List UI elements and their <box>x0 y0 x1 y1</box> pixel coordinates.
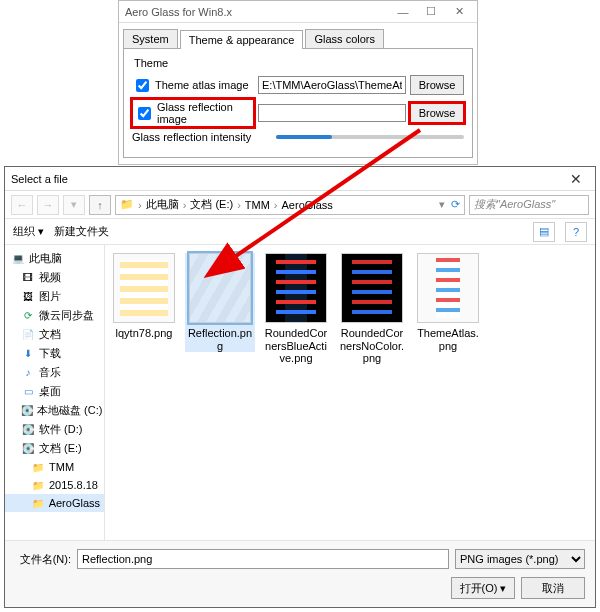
folder-icon: 📁 <box>120 198 134 211</box>
toolbar: 组织 ▾ 新建文件夹 ▤ ? <box>5 219 595 245</box>
theme-atlas-path-input[interactable] <box>258 76 406 94</box>
file-item[interactable]: lqytn78.png <box>109 253 179 340</box>
crumb-aeroglass[interactable]: AeroGlass <box>282 199 333 211</box>
search-placeholder: 搜索"AeroGlass" <box>474 197 555 212</box>
address-bar-row: ← → ▾ ↑ 📁 › 此电脑› 文档 (E:)› TMM› AeroGlass… <box>5 191 595 219</box>
tree-desktop[interactable]: ▭桌面 <box>5 382 104 401</box>
refresh-icon[interactable]: ⟳ <box>447 198 460 211</box>
crumb-edisk[interactable]: 文档 (E:) <box>190 197 233 212</box>
tree-cdisk[interactable]: 💽本地磁盘 (C:) <box>5 401 104 420</box>
cancel-button[interactable]: 取消 <box>521 577 585 599</box>
file-caption: RoundedCornersBlueActive.png <box>261 327 331 365</box>
breadcrumb[interactable]: 📁 › 此电脑› 文档 (E:)› TMM› AeroGlass ▾ ⟳ <box>115 195 465 215</box>
tree-weiyun[interactable]: ⟳微云同步盘 <box>5 306 104 325</box>
tree-downloads[interactable]: ⬇下载 <box>5 344 104 363</box>
file-caption: RoundedCornersNoColor.png <box>337 327 407 365</box>
view-mode-button[interactable]: ▤ <box>533 222 555 242</box>
theme-atlas-label-text: Theme atlas image <box>155 79 249 91</box>
nav-up-button[interactable]: ↑ <box>89 195 111 215</box>
intensity-slider[interactable] <box>276 135 464 139</box>
file-item[interactable]: RoundedCornersBlueActive.png <box>261 253 331 365</box>
dialog-title: Select a file <box>11 173 563 185</box>
dialog-bottom: 文件名(N): PNG images (*.png) 打开(O) ▾ 取消 <box>5 540 595 607</box>
tab-panel-theme: Theme Theme atlas image Browse Glass ref… <box>123 48 473 158</box>
tree-pc[interactable]: 💻此电脑 <box>5 249 104 268</box>
file-item-selected[interactable]: Reflection.png <box>185 253 255 352</box>
glass-reflection-row: Glass reflection image Browse <box>132 99 464 127</box>
dialog-body: 💻此电脑 🎞视频 🖼图片 ⟳微云同步盘 📄文档 ⬇下载 ♪音乐 ▭桌面 💽本地磁… <box>5 245 595 540</box>
dialog-titlebar: Select a file ✕ <box>5 167 595 191</box>
file-thumb-icon <box>265 253 327 323</box>
tree-tmm[interactable]: 📁TMM <box>5 458 104 476</box>
dialog-close-button[interactable]: ✕ <box>563 171 589 187</box>
maximize-button[interactable]: ☐ <box>417 5 445 18</box>
tab-strip: System Theme & appearance Glass colors <box>123 29 473 48</box>
window-titlebar: Aero Glass for Win8.x — ☐ ✕ <box>119 1 477 23</box>
crumb-pc[interactable]: 此电脑 <box>146 197 179 212</box>
filename-row: 文件名(N): PNG images (*.png) <box>15 549 585 569</box>
help-button[interactable]: ? <box>565 222 587 242</box>
breadcrumb-dropdown-icon[interactable]: ▾ <box>439 198 445 211</box>
glass-reflection-browse-button[interactable]: Browse <box>410 103 464 123</box>
filetype-select[interactable]: PNG images (*.png) <box>455 549 585 569</box>
file-list: lqytn78.png Reflection.png RoundedCorner… <box>105 245 595 540</box>
file-thumb-icon <box>113 253 175 323</box>
new-folder-button[interactable]: 新建文件夹 <box>54 224 109 239</box>
file-caption: Reflection.png <box>185 327 255 352</box>
filename-label: 文件名(N): <box>15 552 71 567</box>
glass-reflection-checkbox[interactable] <box>138 107 151 120</box>
file-thumb-icon <box>341 253 403 323</box>
file-caption: lqytn78.png <box>109 327 179 340</box>
nav-back-button[interactable]: ← <box>11 195 33 215</box>
file-caption: ThemeAtlas.png <box>413 327 483 352</box>
tab-glass-colors[interactable]: Glass colors <box>305 29 384 48</box>
glass-reflection-path-input[interactable] <box>258 104 406 122</box>
filename-input[interactable] <box>77 549 449 569</box>
theme-atlas-checkbox-label[interactable]: Theme atlas image <box>132 76 254 95</box>
minimize-button[interactable]: — <box>389 6 417 18</box>
tab-system[interactable]: System <box>123 29 178 48</box>
file-item[interactable]: ThemeAtlas.png <box>413 253 483 352</box>
file-thumb-icon <box>189 253 251 323</box>
nav-history-button[interactable]: ▾ <box>63 195 85 215</box>
tree-music[interactable]: ♪音乐 <box>5 363 104 382</box>
file-thumb-icon <box>417 253 479 323</box>
tree-aeroglass[interactable]: 📁AeroGlass <box>5 494 104 512</box>
aero-glass-window: Aero Glass for Win8.x — ☐ ✕ System Theme… <box>118 0 478 165</box>
tree-video[interactable]: 🎞视频 <box>5 268 104 287</box>
nav-tree: 💻此电脑 🎞视频 🖼图片 ⟳微云同步盘 📄文档 ⬇下载 ♪音乐 ▭桌面 💽本地磁… <box>5 245 105 540</box>
glass-reflection-checkbox-label[interactable]: Glass reflection image <box>132 99 254 127</box>
crumb-tmm[interactable]: TMM <box>245 199 270 211</box>
organize-button[interactable]: 组织 ▾ <box>13 224 44 239</box>
nav-forward-button[interactable]: → <box>37 195 59 215</box>
search-input[interactable]: 搜索"AeroGlass" <box>469 195 589 215</box>
tree-2015[interactable]: 📁2015.8.18 <box>5 476 104 494</box>
theme-atlas-checkbox[interactable] <box>136 79 149 92</box>
theme-group-label: Theme <box>134 57 464 69</box>
theme-atlas-browse-button[interactable]: Browse <box>410 75 464 95</box>
intensity-label: Glass reflection intensity <box>132 131 272 143</box>
file-item[interactable]: RoundedCornersNoColor.png <box>337 253 407 365</box>
tree-docs[interactable]: 📄文档 <box>5 325 104 344</box>
tree-pictures[interactable]: 🖼图片 <box>5 287 104 306</box>
close-button[interactable]: ✕ <box>445 5 473 18</box>
intensity-row: Glass reflection intensity <box>132 131 464 143</box>
tab-theme[interactable]: Theme & appearance <box>180 30 304 49</box>
tree-edisk[interactable]: 💽文档 (E:) <box>5 439 104 458</box>
open-button[interactable]: 打开(O) ▾ <box>451 577 515 599</box>
theme-atlas-row: Theme atlas image Browse <box>132 75 464 95</box>
glass-reflection-label-text: Glass reflection image <box>157 101 252 125</box>
file-open-dialog: Select a file ✕ ← → ▾ ↑ 📁 › 此电脑› 文档 (E:)… <box>4 166 596 608</box>
window-title: Aero Glass for Win8.x <box>123 6 389 18</box>
tree-ddisk[interactable]: 💽软件 (D:) <box>5 420 104 439</box>
dialog-buttons: 打开(O) ▾ 取消 <box>15 577 585 599</box>
